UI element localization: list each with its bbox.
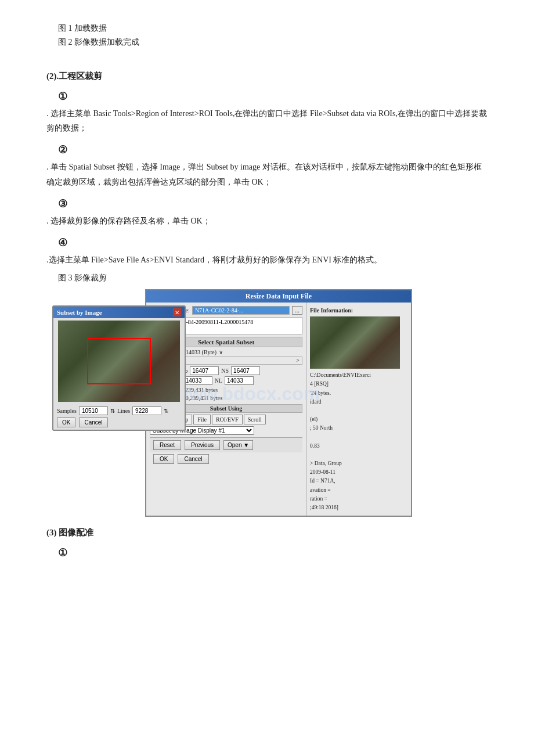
lines-label: Lines bbox=[117, 408, 130, 414]
tab-roi-evf[interactable]: ROI/EVF bbox=[212, 415, 243, 424]
paragraph-1: . 选择主菜单 Basic Tools>Region of Interest>R… bbox=[46, 106, 488, 135]
section-heading-3: (3) 图像配准 bbox=[46, 527, 488, 538]
tab-file[interactable]: File bbox=[193, 415, 211, 424]
ss-samples-to-input[interactable] bbox=[190, 366, 219, 375]
bottom-button-row: Reset Previous Open ▼ bbox=[150, 437, 302, 452]
subset-by-image-titlebar: Subset by Image ✕ bbox=[53, 307, 185, 318]
paragraph-3: . 选择裁剪影像的保存路径及名称，单击 OK； bbox=[46, 214, 488, 228]
file-info-text: C:\Documents\ENVIExerci 4 [RSQ] '24 byte… bbox=[310, 371, 407, 512]
file-info-header: File Information: bbox=[310, 306, 407, 315]
ss-lines-to-input[interactable] bbox=[183, 376, 212, 385]
ss-nl-input[interactable] bbox=[225, 376, 254, 385]
resize-dialog-title: Resize Data Input File bbox=[246, 292, 312, 300]
resize-dialog-inner: Select Input File: N71A-CC02-2-84-... ..… bbox=[146, 303, 411, 516]
file-info-image bbox=[310, 316, 400, 369]
subset-by-image-close-button[interactable]: ✕ bbox=[173, 308, 181, 316]
paragraph-4: .选择主菜单 File>Save File As>ENVI Standard，将… bbox=[46, 253, 488, 267]
dims-dropdown-icon: ∨ bbox=[219, 349, 223, 355]
ok-cancel-row: OK Cancel bbox=[150, 452, 302, 467]
section-heading-2: (2).工程区裁剪 bbox=[46, 71, 488, 82]
ss-nl-label: NL bbox=[215, 377, 222, 384]
caption-fig2: 图 2 影像数据加载完成 bbox=[58, 37, 488, 48]
open-button[interactable]: Open ▼ bbox=[223, 440, 253, 450]
subset-ok-button[interactable]: OK bbox=[57, 417, 75, 427]
circle-num-1a: ① bbox=[58, 90, 488, 103]
subset-fields: Samples ⇅ Lines ⇅ OK Cancel bbox=[53, 404, 185, 430]
caption-fig3: 图 3 影像裁剪 bbox=[58, 273, 488, 283]
ss-ns-input[interactable] bbox=[231, 366, 260, 375]
circle-num-1b: ① bbox=[58, 546, 488, 559]
up-down-icon: ⇅ bbox=[110, 408, 115, 414]
previous-button[interactable]: Previous bbox=[185, 440, 220, 450]
selected-file-display: N71A-CC02-2-84-... bbox=[192, 306, 290, 315]
ok-button[interactable]: OK bbox=[153, 454, 174, 464]
lines-up-down-icon: ⇅ bbox=[164, 408, 168, 414]
subset-by-image-title: Subset by Image bbox=[57, 309, 102, 316]
circle-num-3: ③ bbox=[58, 197, 488, 210]
paragraph-2: . 单击 Spatial Subset 按钮，选择 Image，弹出 Subse… bbox=[46, 160, 488, 189]
subset-by-image-dialog: Subset by Image ✕ Samples ⇅ Lines ⇅ bbox=[52, 305, 186, 431]
selection-rectangle bbox=[87, 338, 151, 384]
circle-num-2: ② bbox=[58, 143, 488, 156]
figure-3: Subset by Image ✕ Samples ⇅ Lines ⇅ bbox=[46, 289, 488, 517]
right-panel: File Information: C:\Documents\ENVIExerc… bbox=[306, 303, 411, 516]
image-preview bbox=[58, 321, 180, 402]
samples-label: Samples bbox=[57, 408, 77, 414]
caption-fig1: 图 1 加载数据 bbox=[58, 23, 488, 34]
ss-ns-label: NS bbox=[221, 368, 229, 374]
browse-button[interactable]: ... bbox=[292, 306, 302, 315]
circle-num-4: ④ bbox=[58, 236, 488, 249]
subset-button-row: OK Cancel bbox=[57, 417, 181, 427]
resize-dialog-titlebar: Resize Data Input File bbox=[146, 290, 411, 303]
lines-input[interactable] bbox=[132, 406, 161, 415]
scroll-right: > bbox=[296, 357, 302, 363]
samples-row: Samples ⇅ Lines ⇅ bbox=[57, 406, 181, 415]
cancel-button[interactable]: Cancel bbox=[178, 454, 208, 464]
reset-button[interactable]: Reset bbox=[153, 440, 181, 450]
subset-cancel-button[interactable]: Cancel bbox=[79, 417, 107, 427]
samples-input[interactable] bbox=[79, 406, 108, 415]
tab-scroll[interactable]: Scroll bbox=[244, 415, 266, 424]
